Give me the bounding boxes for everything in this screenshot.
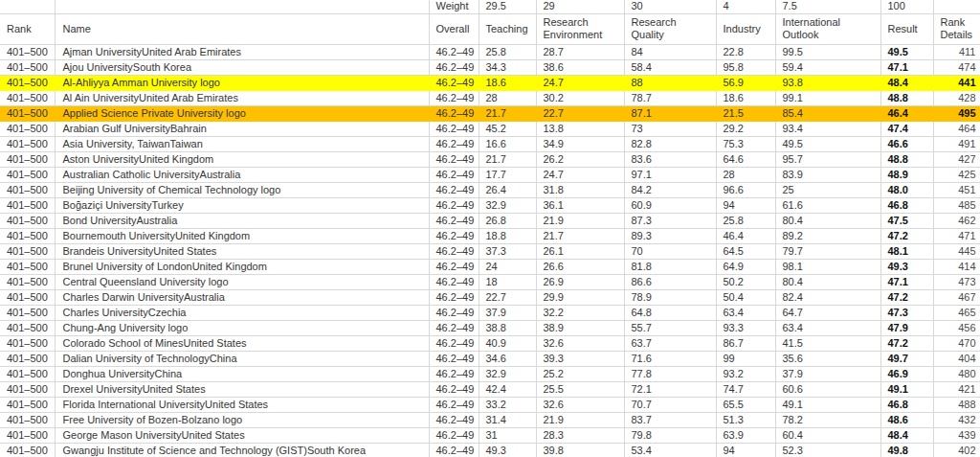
cell-name[interactable]: Dalian University of TechnologyChina bbox=[55, 351, 429, 366]
cell-international-outlook[interactable]: 63.4 bbox=[775, 320, 880, 335]
cell-name[interactable]: Boğaziçi UniversityTurkey bbox=[55, 197, 429, 213]
cell-research-environment[interactable]: 26.2 bbox=[536, 151, 624, 167]
cell-rank[interactable]: 401–500 bbox=[0, 59, 55, 75]
cell-overall[interactable]: 46.2–49 bbox=[429, 75, 479, 90]
cell-research-environment[interactable]: 22.7 bbox=[536, 105, 624, 121]
cell-overall[interactable]: 46.2–49 bbox=[429, 289, 479, 305]
cell-rank-details[interactable]: 428 bbox=[933, 90, 980, 105]
cell-research-environment[interactable]: 38.6 bbox=[536, 59, 624, 75]
cell-rank[interactable]: 401–500 bbox=[0, 412, 55, 427]
cell-teaching[interactable]: 21.7 bbox=[479, 105, 536, 121]
cell-rank[interactable]: 401–500 bbox=[0, 75, 55, 90]
cell-result[interactable]: 49.1 bbox=[880, 381, 933, 397]
cell-result[interactable]: 48.0 bbox=[880, 182, 933, 197]
cell-rank[interactable]: 401–500 bbox=[0, 44, 55, 59]
cell-research-quality[interactable]: 87.3 bbox=[624, 213, 716, 228]
cell-overall[interactable]: 46.2–49 bbox=[429, 243, 479, 259]
cell-rank[interactable]: 401–500 bbox=[0, 259, 55, 274]
cell-research-quality[interactable]: 58.4 bbox=[624, 59, 716, 75]
cell-result[interactable]: 49.8 bbox=[880, 443, 933, 457]
cell-result[interactable]: 48.8 bbox=[880, 151, 933, 167]
cell-industry[interactable]: 96.6 bbox=[716, 182, 775, 197]
cell-overall[interactable]: 46.2–49 bbox=[429, 197, 479, 213]
cell-rank[interactable]: 401–500 bbox=[0, 335, 55, 351]
cell-international-outlook[interactable]: 35.6 bbox=[775, 351, 880, 366]
cell-rank[interactable]: 401–500 bbox=[0, 90, 55, 105]
cell-industry[interactable]: 25.8 bbox=[716, 213, 775, 228]
cell-research-environment[interactable]: 26.9 bbox=[536, 274, 624, 289]
cell-name[interactable]: Ajman UniversityUnited Arab Emirates bbox=[55, 44, 429, 59]
cell-rank[interactable]: 401–500 bbox=[0, 381, 55, 397]
cell-teaching[interactable]: 40.9 bbox=[479, 335, 536, 351]
cell-international-outlook[interactable]: 52.3 bbox=[775, 443, 880, 457]
cell-industry[interactable]: 22.8 bbox=[716, 44, 775, 59]
cell-teaching[interactable]: 37.3 bbox=[479, 243, 536, 259]
cell-rank-details[interactable]: 421 bbox=[933, 381, 980, 397]
cell-name[interactable]: Aston UniversityUnited Kingdom bbox=[55, 151, 429, 167]
weight-research-environment[interactable]: 29 bbox=[536, 0, 624, 13]
cell-research-quality[interactable]: 72.1 bbox=[624, 381, 716, 397]
cell-research-quality[interactable]: 64.8 bbox=[624, 305, 716, 320]
cell-research-environment[interactable]: 34.9 bbox=[536, 136, 624, 151]
cell-teaching[interactable]: 17.7 bbox=[479, 167, 536, 182]
cell-overall[interactable]: 46.2–49 bbox=[429, 397, 479, 412]
cell-rank-details[interactable]: 495 bbox=[933, 105, 980, 121]
col-header-industry[interactable]: Industry bbox=[716, 13, 775, 44]
cell-research-quality[interactable]: 84 bbox=[624, 44, 716, 59]
cell-overall[interactable]: 46.2–49 bbox=[429, 44, 479, 59]
cell-international-outlook[interactable]: 93.8 bbox=[775, 75, 880, 90]
cell-rank[interactable]: 401–500 bbox=[0, 105, 55, 121]
cell-rank-details[interactable]: 491 bbox=[933, 136, 980, 151]
cell-result[interactable]: 47.2 bbox=[880, 289, 933, 305]
cell-overall[interactable]: 46.2–49 bbox=[429, 105, 479, 121]
cell-research-environment[interactable]: 28.3 bbox=[536, 427, 624, 443]
cell-industry[interactable]: 64.6 bbox=[716, 151, 775, 167]
cell-name[interactable]: Bond UniversityAustralia bbox=[55, 213, 429, 228]
cell-international-outlook[interactable]: 25 bbox=[775, 182, 880, 197]
weight-teaching[interactable]: 29.5 bbox=[479, 0, 536, 13]
cell-research-environment[interactable]: 13.8 bbox=[536, 121, 624, 136]
cell-rank-details[interactable]: 480 bbox=[933, 366, 980, 381]
cell-teaching[interactable]: 18.8 bbox=[479, 228, 536, 243]
cell-research-environment[interactable]: 24.7 bbox=[536, 167, 624, 182]
cell-industry[interactable]: 86.7 bbox=[716, 335, 775, 351]
cell-name[interactable]: Brunel University of LondonUnited Kingdo… bbox=[55, 259, 429, 274]
cell-overall[interactable]: 46.2–49 bbox=[429, 90, 479, 105]
cell-rank[interactable]: 401–500 bbox=[0, 366, 55, 381]
cell-international-outlook[interactable]: 99.5 bbox=[775, 44, 880, 59]
cell-overall[interactable]: 46.2–49 bbox=[429, 59, 479, 75]
cell-research-quality[interactable]: 81.8 bbox=[624, 259, 716, 274]
cell-research-quality[interactable]: 83.7 bbox=[624, 412, 716, 427]
cell-international-outlook[interactable]: 85.4 bbox=[775, 105, 880, 121]
cell-rank[interactable]: 401–500 bbox=[0, 397, 55, 412]
cell-international-outlook[interactable]: 37.9 bbox=[775, 366, 880, 381]
cell-rank[interactable]: 401–500 bbox=[0, 136, 55, 151]
cell-rank-details[interactable]: 445 bbox=[933, 243, 980, 259]
cell-teaching[interactable]: 18.6 bbox=[479, 75, 536, 90]
cell-result[interactable]: 46.8 bbox=[880, 197, 933, 213]
cell-industry[interactable]: 64.5 bbox=[716, 243, 775, 259]
cell-name[interactable]: Florida International UniversityUnited S… bbox=[55, 397, 429, 412]
cell-international-outlook[interactable]: 95.7 bbox=[775, 151, 880, 167]
cell-research-environment[interactable]: 21.9 bbox=[536, 213, 624, 228]
cell-result[interactable]: 47.2 bbox=[880, 228, 933, 243]
cell-industry[interactable]: 50.4 bbox=[716, 289, 775, 305]
cell-name[interactable]: Central Queensland University logo bbox=[55, 274, 429, 289]
cell-rank-details[interactable]: 485 bbox=[933, 197, 980, 213]
cell-rank-details[interactable]: 432 bbox=[933, 412, 980, 427]
cell-international-outlook[interactable]: 78.2 bbox=[775, 412, 880, 427]
cell-research-environment[interactable]: 32.2 bbox=[536, 305, 624, 320]
cell-name[interactable]: Drexel UniversityUnited States bbox=[55, 381, 429, 397]
weight-industry[interactable]: 4 bbox=[716, 0, 775, 13]
cell-teaching[interactable]: 33.2 bbox=[479, 397, 536, 412]
cell-overall[interactable]: 46.2–49 bbox=[429, 443, 479, 457]
cell-name[interactable]: Charles Darwin UniversityAustralia bbox=[55, 289, 429, 305]
cell-name[interactable]: Brandeis UniversityUnited States bbox=[55, 243, 429, 259]
cell-research-environment[interactable]: 29.9 bbox=[536, 289, 624, 305]
cell-rank-details[interactable]: 474 bbox=[933, 59, 980, 75]
cell-result[interactable]: 48.4 bbox=[880, 75, 933, 90]
cell-industry[interactable]: 93.3 bbox=[716, 320, 775, 335]
cell-research-environment[interactable]: 26.6 bbox=[536, 259, 624, 274]
cell-rank[interactable]: 401–500 bbox=[0, 351, 55, 366]
cell-rank-details[interactable]: 464 bbox=[933, 121, 980, 136]
